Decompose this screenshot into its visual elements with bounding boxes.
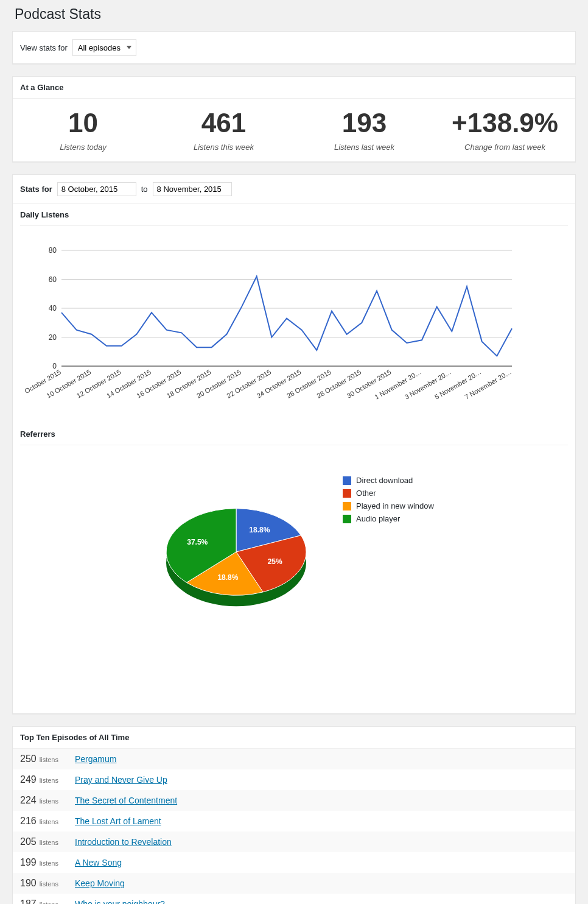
table-row: 190 listensKeep Moving <box>13 873 575 894</box>
listens-count: 249 <box>20 774 37 785</box>
line-chart: 0204060808 October 201510 October 201512… <box>13 226 575 423</box>
episode-cell: Pray and Never Give Up <box>68 769 575 790</box>
episodes-select[interactable]: All episodes <box>72 39 136 56</box>
glance-label: Listens last week <box>300 143 429 152</box>
table-row: 187 listensWho is your neighbour? <box>13 894 575 904</box>
episode-cell: Who is your neighbour? <box>68 894 575 904</box>
episode-link[interactable]: Keep Moving <box>75 878 125 888</box>
listens-cell: 249 listens <box>13 769 68 790</box>
listens-label: listens <box>38 839 58 846</box>
glance-label: Listens this week <box>159 143 288 152</box>
episode-cell: A New Song <box>68 852 575 873</box>
listens-label: listens <box>38 860 58 867</box>
table-row: 216 listensThe Lost Art of Lament <box>13 811 575 832</box>
pie-chart: 18.8%25%18.8%37.5% <box>154 476 318 640</box>
legend-item: Other <box>343 489 434 498</box>
episode-cell: Pergamum <box>68 749 575 769</box>
daily-listens-heading: Daily Listens <box>20 204 568 226</box>
svg-text:37.5%: 37.5% <box>187 538 208 546</box>
listens-count: 216 <box>20 816 37 826</box>
page-title: Podcast Stats <box>15 6 576 23</box>
table-row: 205 listensIntroduction to Revelation <box>13 832 575 852</box>
glance-value: 10 <box>19 110 147 136</box>
episode-link[interactable]: A New Song <box>75 858 122 867</box>
legend-swatch <box>343 489 351 498</box>
svg-text:60: 60 <box>49 275 57 284</box>
listens-label: listens <box>38 880 58 888</box>
pie-legend: Direct downloadOtherPlayed in new window… <box>343 476 434 527</box>
date-to-input[interactable] <box>153 182 232 196</box>
table-row: 199 listensA New Song <box>13 852 575 873</box>
table-row: 224 listensThe Secret of Contentment <box>13 790 575 811</box>
legend-swatch <box>343 515 351 523</box>
stats-panel: Stats for to Daily Listens 0204060808 Oc… <box>12 174 576 714</box>
listens-label: listens <box>38 818 58 825</box>
glance-heading: At a Glance <box>13 77 575 99</box>
listens-cell: 205 listens <box>13 832 68 852</box>
date-from-input[interactable] <box>57 182 136 196</box>
listens-count: 205 <box>20 836 37 847</box>
svg-text:18.8%: 18.8% <box>249 526 270 534</box>
listens-cell: 250 listens <box>13 749 68 769</box>
glance-value: +138.9% <box>441 110 569 136</box>
legend-label: Played in new window <box>356 501 434 510</box>
glance-value: 193 <box>300 110 429 136</box>
listens-count: 224 <box>20 795 37 805</box>
listens-cell: 224 listens <box>13 790 68 811</box>
episode-link[interactable]: The Secret of Contentment <box>75 796 177 805</box>
listens-cell: 187 listens <box>13 894 68 904</box>
episode-cell: Introduction to Revelation <box>68 832 575 852</box>
legend-item: Audio player <box>343 514 434 523</box>
top-episodes-panel: Top Ten Episodes of All Time 250 listens… <box>12 726 576 904</box>
glance-panel: At a Glance 10Listens today461Listens th… <box>12 76 576 162</box>
listens-cell: 216 listens <box>13 811 68 832</box>
glance-cell: +138.9%Change from last week <box>435 99 575 161</box>
listens-label: listens <box>38 756 58 763</box>
glance-value: 461 <box>159 110 288 136</box>
listens-count: 190 <box>20 878 37 888</box>
glance-label: Change from last week <box>441 143 569 152</box>
filter-panel: View stats for All episodes <box>12 31 576 64</box>
svg-text:40: 40 <box>49 304 57 313</box>
episode-cell: Keep Moving <box>68 873 575 894</box>
filter-label: View stats for <box>20 43 68 52</box>
listens-label: listens <box>38 797 58 805</box>
episode-cell: The Secret of Contentment <box>68 790 575 811</box>
legend-label: Direct download <box>356 476 413 485</box>
date-to-label: to <box>141 185 148 194</box>
svg-text:25%: 25% <box>268 557 282 566</box>
table-row: 249 listensPray and Never Give Up <box>13 769 575 790</box>
episode-link[interactable]: Who is your neighbour? <box>75 899 165 904</box>
legend-item: Direct download <box>343 476 434 485</box>
svg-text:18.8%: 18.8% <box>217 573 238 582</box>
listens-label: listens <box>38 777 58 784</box>
legend-swatch <box>343 476 351 485</box>
legend-label: Other <box>356 489 376 498</box>
glance-cell: 461Listens this week <box>153 99 294 161</box>
episode-link[interactable]: Introduction to Revelation <box>75 837 172 847</box>
top-episodes-heading: Top Ten Episodes of All Time <box>13 727 575 749</box>
glance-cell: 10Listens today <box>13 99 153 161</box>
listens-count: 187 <box>20 899 37 904</box>
listens-label: listens <box>38 901 58 904</box>
table-row: 250 listensPergamum <box>13 749 575 769</box>
legend-label: Audio player <box>356 514 400 523</box>
legend-swatch <box>343 502 351 510</box>
episode-link[interactable]: The Lost Art of Lament <box>75 816 161 826</box>
svg-text:20: 20 <box>49 333 57 342</box>
date-range-label: Stats for <box>20 185 52 194</box>
episode-cell: The Lost Art of Lament <box>68 811 575 832</box>
listens-count: 250 <box>20 754 37 764</box>
glance-label: Listens today <box>19 143 147 152</box>
episode-link[interactable]: Pergamum <box>75 754 116 764</box>
episode-link[interactable]: Pray and Never Give Up <box>75 775 167 785</box>
svg-text:80: 80 <box>49 246 57 255</box>
referrers-heading: Referrers <box>20 423 568 445</box>
listens-count: 199 <box>20 857 37 867</box>
glance-cell: 193Listens last week <box>294 99 435 161</box>
listens-cell: 190 listens <box>13 873 68 894</box>
listens-cell: 199 listens <box>13 852 68 873</box>
legend-item: Played in new window <box>343 501 434 510</box>
